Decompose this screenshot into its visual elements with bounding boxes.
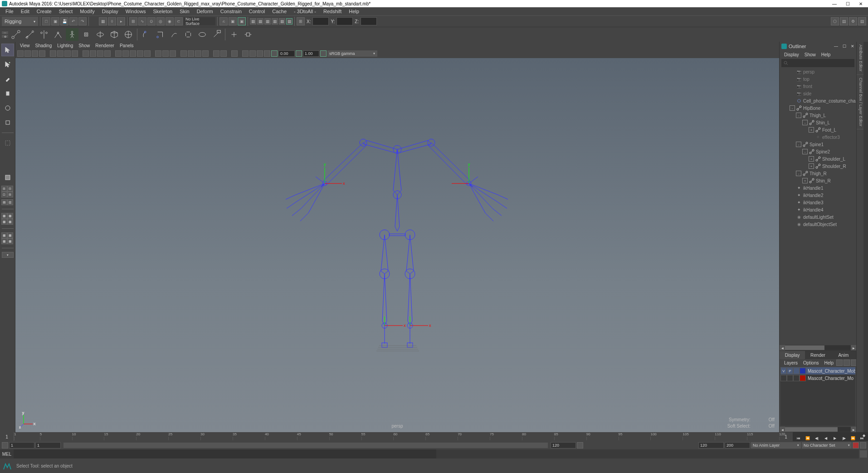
vp-menu-renderer[interactable]: Renderer [93,43,117,48]
outliner-item-shoulder_r[interactable]: +Shoulder_R [780,163,856,170]
two-view-v-icon[interactable]: ⊡ [1,192,7,197]
paint-weights-icon[interactable] [168,28,180,41]
scroll-left-icon[interactable]: ◀ [780,427,785,432]
bind-skin-icon[interactable] [140,28,152,41]
outliner-item-spine2[interactable]: -Spine2 [780,148,856,155]
near-clip-lock-icon[interactable] [271,50,278,57]
dope-layout-icon[interactable]: ▦ [7,213,13,219]
script-editor-icon[interactable] [860,450,867,458]
menu-redshift[interactable]: Redshift [320,9,345,14]
isolate-icon[interactable] [155,50,161,57]
expand-toggle[interactable]: + [802,178,808,183]
z-field[interactable] [361,17,377,25]
outliner-item-top[interactable]: top [780,75,856,83]
expand-toggle[interactable]: - [790,105,795,111]
outliner-item-persp[interactable]: persp [780,68,856,75]
film-origin-icon[interactable] [242,50,249,57]
xray-joints-icon[interactable] [170,50,176,57]
tool-settings-icon[interactable]: ⚙ [849,17,857,25]
pole-vector-icon[interactable] [242,28,254,41]
hammer-weights-icon[interactable] [210,28,223,41]
anim-start-field[interactable]: 1 [9,442,34,448]
xray-icon[interactable] [162,50,169,57]
set-key-icon[interactable] [860,442,866,448]
menu-create[interactable]: Create [33,9,55,14]
outliner-menu-show[interactable]: Show [802,52,819,57]
lights-icon[interactable] [137,50,143,57]
gamma-icon[interactable] [220,50,227,57]
outliner-item-foot_l[interactable]: +Foot_L [780,126,856,133]
panel-layout-icon[interactable]: ⊞ [297,17,305,25]
outliner-item-shin_l[interactable]: -Shin_L [780,119,856,126]
image-plane-icon[interactable] [39,50,45,57]
range-lock-icon[interactable] [2,442,8,448]
character-set-selector[interactable]: No Character Set [802,442,852,448]
expand-toggle[interactable]: - [796,171,801,176]
layer-state-toggle[interactable] [793,375,800,381]
outliner-item-defaultobjectset[interactable]: defaultObjectSet [780,221,856,228]
snap-plane-icon[interactable]: ◎ [156,17,165,25]
color-mgmt-icon[interactable] [320,50,327,57]
menu-deform[interactable]: Deform [193,9,217,14]
expand-toggle[interactable]: + [809,156,814,162]
shadows-icon[interactable] [144,50,151,57]
color-space-selector[interactable]: sRGB gamma [327,50,377,57]
script-layout-icon[interactable]: ▦ [7,219,13,225]
save-scene-icon[interactable]: 💾 [60,17,68,25]
rotate-tool[interactable] [1,102,14,114]
four-view-icon[interactable]: ⊞ [1,186,7,192]
mirror-weights-icon[interactable] [182,28,195,41]
vp-menu-show[interactable]: Show [76,43,93,48]
safe-action-icon[interactable] [97,50,103,57]
playback-end-field[interactable]: 120 [551,442,576,448]
near-clip-field[interactable]: 0.00 [278,50,295,57]
rewind-icon[interactable]: ⏮ [795,435,803,441]
shaded-icon[interactable] [122,50,129,57]
single-view-icon[interactable] [1,171,14,184]
play-icon[interactable]: ▶ [831,435,839,441]
outliner-item-shin_r[interactable]: +Shin_R [780,177,856,184]
custom-layout-icon[interactable]: ▾ [2,252,14,258]
viewport-renderer-icon[interactable] [257,50,263,57]
expand-toggle[interactable]: - [802,149,808,154]
grid-icon[interactable] [231,50,238,57]
next-key-icon[interactable]: |▶ [840,435,848,441]
expand-toggle[interactable]: + [809,163,814,169]
expand-toggle[interactable]: + [809,127,814,133]
menu-control[interactable]: Control [245,9,268,14]
hyper-layout-icon[interactable]: ▦ [1,219,7,225]
current-frame[interactable]: 1 [0,432,14,441]
joint-tool-icon[interactable] [10,28,22,41]
vp-menu-shading[interactable]: Shading [33,43,55,48]
ik-handle-icon[interactable] [80,28,93,41]
move-layer-down-icon[interactable] [844,360,850,366]
step-back-icon[interactable]: ⏪ [804,435,812,441]
paint-select-icon[interactable]: ▸ [117,17,125,25]
undo-icon[interactable]: ↶ [69,17,78,25]
snap-grid-icon[interactable]: ⊞ [129,17,137,25]
bookmark-icon[interactable] [32,50,38,57]
outliner-menu-help[interactable]: Help [819,52,834,57]
scroll-left-icon[interactable]: ◀ [780,345,785,350]
menu-display[interactable]: Display [98,9,122,14]
outliner-layout-icon[interactable]: ▤ [1,199,7,205]
outliner-maximize-icon[interactable]: ☐ [843,44,846,49]
outliner-item-spine1[interactable]: -Spine1 [780,141,856,148]
viewport[interactable]: y x y [15,58,779,432]
lattice-icon[interactable] [108,28,121,41]
paint-tool[interactable] [1,73,14,85]
layer-row[interactable]: VPMascot_Character_Mobile_P [780,367,855,374]
right-tab-channel-box-layer-editor[interactable]: Channel Box / Layer Editor [857,75,863,130]
command-input[interactable] [14,449,436,458]
move-layer-up-icon[interactable] [836,360,843,366]
expand-toggle[interactable]: - [796,142,801,147]
layers-list[interactable]: VPMascot_Character_Mobile_PMascot_Charac… [780,367,855,426]
hypershade-icon[interactable]: ▦ [286,18,293,25]
maximize-button[interactable]: ☐ [846,1,850,6]
menu-modify[interactable]: Modify [76,9,98,14]
prev-key-icon[interactable]: ◀| [813,435,821,441]
time-slider[interactable]: 1 15101520253035404550556065707580859095… [0,432,868,441]
frame-rate-field[interactable]: 200 [725,442,750,448]
outliner-item-thigh_r[interactable]: -Thigh_R [780,170,856,177]
mirror-joint-icon[interactable] [38,28,50,41]
